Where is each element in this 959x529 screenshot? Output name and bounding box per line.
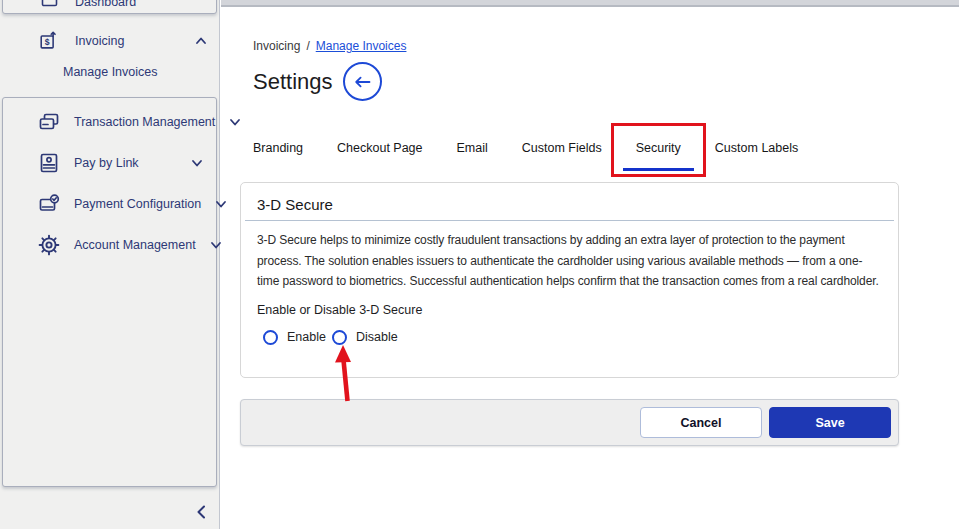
breadcrumb-separator: / (306, 39, 309, 53)
sidebar-item-label: Invoicing (75, 34, 124, 48)
sidebar-item-transaction-management[interactable]: Transaction Management (3, 101, 216, 142)
breadcrumb-current-link[interactable]: Manage Invoices (316, 39, 407, 53)
chevron-down-icon (209, 238, 223, 252)
payment-configuration-icon (37, 192, 61, 216)
tab-security[interactable]: Security (623, 131, 694, 171)
radio-disable-label: Disable (356, 330, 398, 344)
title-row: Settings (253, 62, 382, 101)
security-panel: 3-D Secure 3-D Secure helps to minimize … (240, 182, 899, 378)
tab-checkout-page[interactable]: Checkout Page (324, 131, 435, 171)
sidebar-item-dashboard[interactable]: Dashboard (2, 0, 217, 14)
panel-heading: 3-D Secure (257, 183, 882, 213)
settings-tabs: Branding Checkout Page Email Custom Fiel… (240, 131, 811, 171)
sidebar-subitem-label: Manage Invoices (63, 65, 158, 79)
top-bar-edge (221, 0, 959, 7)
cancel-button[interactable]: Cancel (640, 407, 762, 438)
save-button[interactable]: Save (769, 407, 891, 438)
radio-enable-label: Enable (287, 330, 326, 344)
svg-text:$: $ (45, 37, 50, 47)
tab-custom-fields[interactable]: Custom Fields (509, 131, 615, 171)
tab-custom-labels[interactable]: Custom Labels (702, 131, 811, 171)
tab-email[interactable]: Email (444, 131, 501, 171)
dashboard-icon (39, 0, 60, 9)
chevron-down-icon (214, 197, 228, 211)
chevron-down-icon (190, 156, 204, 170)
chevron-left-icon (194, 504, 209, 520)
sidebar-item-manage-invoices[interactable]: Manage Invoices (63, 63, 158, 81)
sidebar-item-label: Transaction Management (74, 115, 215, 129)
radio-enable-circle (263, 330, 278, 345)
panel-description: 3-D Secure helps to minimize costly frau… (257, 230, 882, 292)
sidebar-nav-group: Transaction Management Pay by Link (2, 97, 217, 487)
account-management-icon (37, 233, 61, 257)
radio-option-enable[interactable]: Enable (263, 330, 326, 345)
sidebar-collapse-button[interactable] (190, 501, 212, 523)
radio-option-disable[interactable]: Disable (332, 330, 398, 345)
sidebar-item-label: Account Management (74, 238, 196, 252)
radio-group-label: Enable or Disable 3-D Secure (257, 303, 882, 317)
sidebar-item-invoicing[interactable]: $ Invoicing (0, 27, 220, 55)
radio-disable-circle (332, 330, 347, 345)
arrow-left-icon (353, 75, 372, 89)
invoicing-icon: $ (38, 30, 60, 52)
tab-security-label: Security (636, 141, 681, 155)
sidebar-item-payment-configuration[interactable]: Payment Configuration (3, 183, 216, 224)
sidebar-item-label: Dashboard (75, 0, 136, 9)
heading-divider (245, 220, 894, 221)
sidebar-item-pay-by-link[interactable]: Pay by Link (3, 142, 216, 183)
page-title: Settings (253, 69, 333, 95)
breadcrumb-parent: Invoicing (253, 39, 300, 53)
transaction-management-icon (37, 110, 61, 134)
action-bar: Cancel Save (240, 399, 899, 446)
sidebar-item-label: Payment Configuration (74, 197, 201, 211)
chevron-down-icon (228, 115, 242, 129)
tab-branding[interactable]: Branding (240, 131, 316, 171)
chevron-up-icon (194, 34, 208, 48)
sidebar-item-label: Pay by Link (74, 156, 139, 170)
sidebar: Dashboard $ Invoicing Manage Invoices (0, 0, 220, 529)
pay-by-link-icon (37, 151, 61, 175)
breadcrumb: Invoicing / Manage Invoices (253, 39, 406, 53)
back-button[interactable] (343, 62, 382, 101)
radio-group: Enable Disable (257, 330, 882, 345)
sidebar-item-account-management[interactable]: Account Management (3, 224, 216, 265)
